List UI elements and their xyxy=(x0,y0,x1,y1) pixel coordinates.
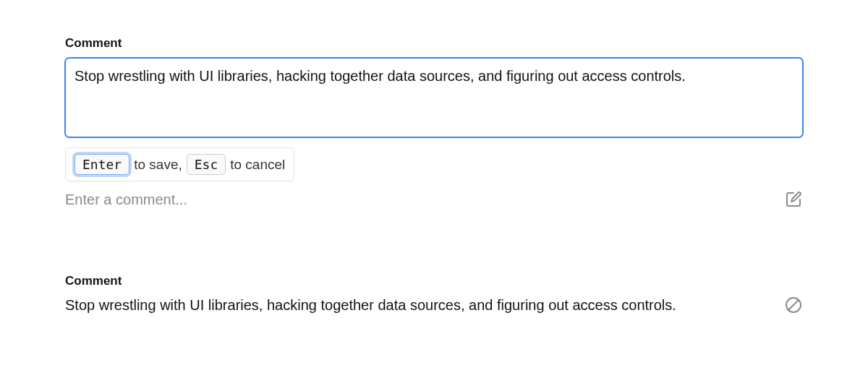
blocked-icon xyxy=(784,296,803,314)
comment-textarea[interactable] xyxy=(65,58,803,137)
comment-placeholder: Enter a comment... xyxy=(65,192,187,208)
keyboard-hint-bar: Enter to save, Esc to cancel xyxy=(65,147,294,181)
comment-label: Comment xyxy=(65,36,803,51)
editable-comment-field: Comment Enter to save, Esc to cancel Ent… xyxy=(65,36,803,209)
save-hint-text: to save, xyxy=(134,157,182,173)
esc-key-hint: Esc xyxy=(187,154,226,175)
readonly-comment-field: Comment Stop wrestling with UI libraries… xyxy=(65,274,803,314)
enter-key-hint: Enter xyxy=(75,154,129,175)
comment-label-readonly: Comment xyxy=(65,274,803,288)
readonly-row: Stop wrestling with UI libraries, hackin… xyxy=(65,296,803,314)
svg-line-1 xyxy=(788,300,799,310)
edit-icon[interactable] xyxy=(784,190,803,209)
readonly-comment-text: Stop wrestling with UI libraries, hackin… xyxy=(65,297,676,314)
below-editor-row: Enter a comment... xyxy=(65,190,803,209)
cancel-hint-text: to cancel xyxy=(230,157,285,173)
